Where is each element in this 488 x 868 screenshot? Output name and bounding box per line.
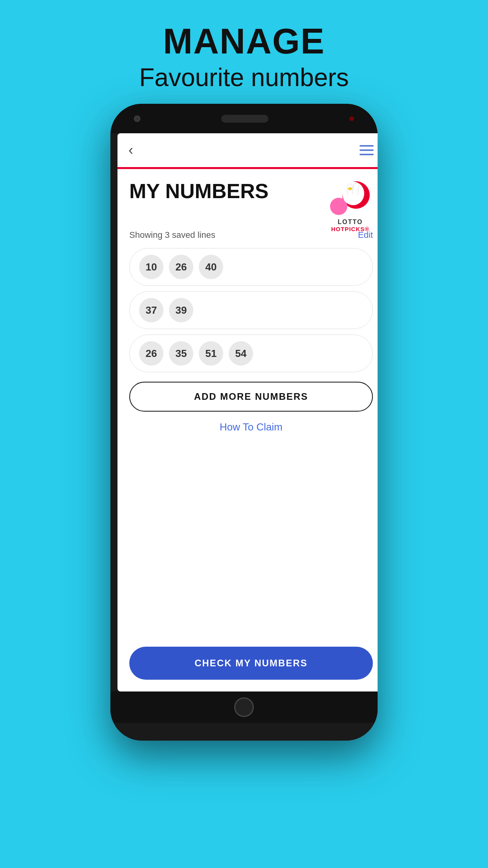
sensor-dot (349, 116, 354, 121)
front-camera (134, 116, 140, 122)
lotto-text: LOTTO (328, 218, 373, 226)
number-ball: 35 (169, 341, 193, 366)
screen-content: MY NUMBERS (117, 169, 378, 691)
number-ball: 37 (139, 298, 163, 322)
number-ball: 39 (169, 298, 193, 322)
back-button[interactable]: ‹ (128, 142, 133, 158)
number-ball: 26 (169, 255, 193, 279)
header-row: MY NUMBERS (129, 181, 373, 218)
phone-bottom-bar (110, 691, 378, 723)
number-line-3: 26 35 51 54 (129, 335, 373, 372)
hamburger-line-2 (360, 149, 374, 151)
edit-link[interactable]: Edit (358, 230, 373, 240)
screen-navbar: ‹ (117, 133, 378, 167)
hamburger-line-3 (360, 154, 374, 155)
spacer (129, 441, 373, 647)
home-button[interactable] (234, 697, 254, 717)
add-more-numbers-button[interactable]: ADD MORE NUMBERS (129, 382, 373, 412)
number-ball: 40 (199, 255, 223, 279)
how-to-claim-link[interactable]: How To Claim (129, 421, 373, 433)
showing-row: Showing 3 saved lines Edit (129, 230, 373, 240)
hamburger-menu-button[interactable] (360, 145, 374, 155)
number-ball: 10 (139, 255, 163, 279)
number-ball: 51 (199, 341, 223, 366)
number-ball: 54 (229, 341, 253, 366)
speaker-grill (221, 115, 268, 123)
check-my-numbers-button[interactable]: CHECK MY NUMBERS (129, 647, 373, 680)
hamburger-line-1 (360, 145, 374, 147)
showing-text: Showing 3 saved lines (129, 230, 215, 240)
number-line-2: 37 39 (129, 291, 373, 329)
svg-point-5 (348, 188, 352, 190)
svg-point-6 (344, 194, 361, 204)
title-manage: MANAGE (139, 24, 349, 59)
lotto-hotpicks-logo: LOTTO HOTPICKS® (328, 181, 373, 218)
number-line-1: 10 26 40 (129, 248, 373, 286)
number-ball: 26 (139, 341, 163, 366)
phone-top-bar (110, 104, 378, 133)
my-numbers-title: MY NUMBERS (129, 181, 268, 201)
title-sub: Favourite numbers (139, 63, 349, 92)
page-title-area: MANAGE Favourite numbers (139, 0, 349, 92)
phone-device: ‹ MY NUMBERS (110, 104, 378, 741)
phone-screen: ‹ MY NUMBERS (117, 133, 378, 691)
number-lines-container: 10 26 40 37 39 26 35 51 54 (129, 248, 373, 372)
